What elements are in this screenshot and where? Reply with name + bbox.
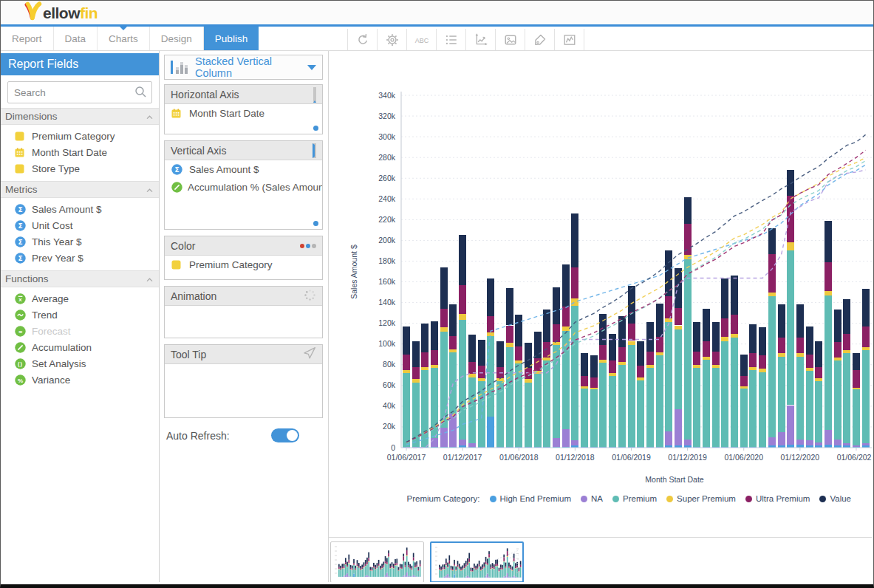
sidebar-item-prev-year[interactable]: ΣPrev Year $ [1,250,159,266]
bar-month-40[interactable] [778,304,785,448]
bar-month-23[interactable] [618,316,626,448]
line-chart-icon[interactable] [555,29,584,50]
tab-data[interactable]: Data [54,27,98,50]
drop-zone-vertical-axis[interactable]: ΣSales Amount $Accumulation % (Sales Amo… [165,160,322,229]
sidebar-item-store-type[interactable]: Store Type [1,160,159,177]
abc-icon[interactable]: ABC [407,29,437,50]
zone-item-sales-amount[interactable]: ΣSales Amount $ [165,160,322,178]
bar-month-29[interactable] [675,268,682,448]
axis-chart-icon[interactable] [466,29,496,50]
section-header-functions[interactable]: Functions [1,270,159,287]
config-header-horizontal-axis[interactable]: Horizontal Axis [165,85,322,104]
bar-month-19[interactable] [581,353,588,448]
undo-icon[interactable] [348,29,378,50]
config-header-animation[interactable]: Animation [165,287,322,306]
bar-month-27[interactable] [656,304,663,448]
tab-design[interactable]: Design [150,27,204,50]
bar-month-39[interactable] [768,228,776,448]
bar-month-30[interactable] [684,197,692,448]
bar-month-17[interactable] [562,264,570,448]
legend-item-premium[interactable]: Premium [612,494,657,503]
sidebar-item-accumulation[interactable]: Accumulation [1,339,159,355]
bar-month-6[interactable] [459,235,466,448]
bar-month-20[interactable] [590,355,598,448]
bar-month-11[interactable] [506,288,513,448]
sidebar-item-unit-cost[interactable]: ΣUnit Cost [1,217,159,233]
zone-item-accumulation-sales-amount[interactable]: Accumulation % (Sales Amount... [165,178,322,196]
bar-month-5[interactable] [449,304,457,448]
bar-month-48[interactable] [853,353,860,448]
bar-month-8[interactable] [478,340,485,448]
sidebar-item-variance[interactable]: %Variance [1,372,159,388]
bar-month-37[interactable] [749,324,757,448]
chart-type-selector[interactable]: Stacked Vertical Column [164,55,323,80]
bar-month-14[interactable] [534,332,542,448]
bar-month-34[interactable] [721,278,728,448]
zone-item-premium-category[interactable]: Premium Category [165,256,322,273]
drop-zone-color[interactable]: Premium Category [165,256,322,279]
bar-month-45[interactable] [825,221,832,448]
bar-month-28[interactable] [665,250,672,448]
section-header-dimensions[interactable]: Dimensions [1,108,159,125]
bar-month-38[interactable] [759,327,766,448]
gear-icon[interactable] [378,29,407,50]
bar-month-46[interactable] [834,310,841,448]
sidebar-item-set-analysis[interactable]: ()Set Analysis [1,355,159,372]
sidebar-item-average[interactable]: xAverage [1,290,159,307]
bar-month-15[interactable] [543,310,550,448]
sidebar-item-this-year[interactable]: ΣThis Year $ [1,233,159,250]
bar-month-36[interactable] [740,355,748,448]
bar-month-43[interactable] [806,327,813,448]
bar-month-26[interactable] [646,322,654,448]
drop-zone-tool-tip[interactable] [165,364,322,417]
bar-month-42[interactable] [796,304,804,448]
bar-month-33[interactable] [712,322,720,448]
bar-month-44[interactable] [815,341,822,448]
bar-month-32[interactable] [703,309,710,448]
bar-month-31[interactable] [693,322,700,448]
bar-month-47[interactable] [843,299,850,448]
bar-month-35[interactable] [731,276,738,448]
bar-month-9[interactable] [487,278,494,448]
sidebar-item-trend[interactable]: Trend [1,307,159,323]
zone-item-month-start-date[interactable]: Month Start Date [165,104,322,122]
sidebar-item-premium-category[interactable]: Premium Category [1,128,159,144]
bar-month-49[interactable] [862,289,870,448]
bar-month-1[interactable] [412,341,420,448]
legend-item-ultra-premium[interactable]: Ultra Premium [745,494,810,503]
legend-item-na[interactable]: NA [581,494,603,503]
drop-zone-animation[interactable] [165,306,322,338]
bar-month-25[interactable] [637,341,644,448]
section-header-metrics[interactable]: Metrics [1,181,159,198]
tab-publish[interactable]: Publish [204,27,259,50]
legend-item-super-premium[interactable]: Super Premium [666,494,736,503]
search-icon[interactable] [134,86,147,101]
sidebar-item-forecast[interactable]: ∝Forecast [1,323,159,339]
main-chart[interactable]: 020k40k60k80k100k120k140k160k180k200k220… [329,51,872,538]
auto-refresh-toggle[interactable] [271,428,299,442]
drop-zone-horizontal-axis[interactable]: Month Start Date [165,104,322,134]
sidebar-item-month-start-date[interactable]: Month Start Date [1,144,159,160]
list-icon[interactable] [437,29,466,50]
bar-month-2[interactable] [421,324,429,448]
bar-month-21[interactable] [599,314,607,448]
sidebar-item-sales-amount[interactable]: ΣSales Amount $ [1,201,159,217]
bar-month-22[interactable] [609,334,616,448]
bar-month-10[interactable] [496,341,504,448]
tab-charts[interactable]: Charts [98,27,150,50]
config-header-tool-tip[interactable]: Tool Tip [165,345,322,364]
tab-report[interactable]: Report [1,27,54,50]
tag-icon[interactable] [525,29,555,50]
bar-month-41[interactable] [787,170,794,448]
legend-item-high-end-premium[interactable]: High End Premium [490,494,572,503]
legend-item-value[interactable]: Value [819,494,851,503]
thumbnail-2[interactable] [430,541,524,582]
config-header-color[interactable]: Color [165,236,322,256]
thumbnail-1[interactable] [330,541,424,582]
image-icon[interactable] [496,29,525,50]
bar-month-24[interactable] [628,286,635,448]
config-header-vertical-axis[interactable]: Vertical Axis [165,141,322,160]
search-input[interactable] [7,81,152,103]
bar-month-7[interactable] [468,335,476,448]
bar-month-18[interactable] [571,213,578,448]
